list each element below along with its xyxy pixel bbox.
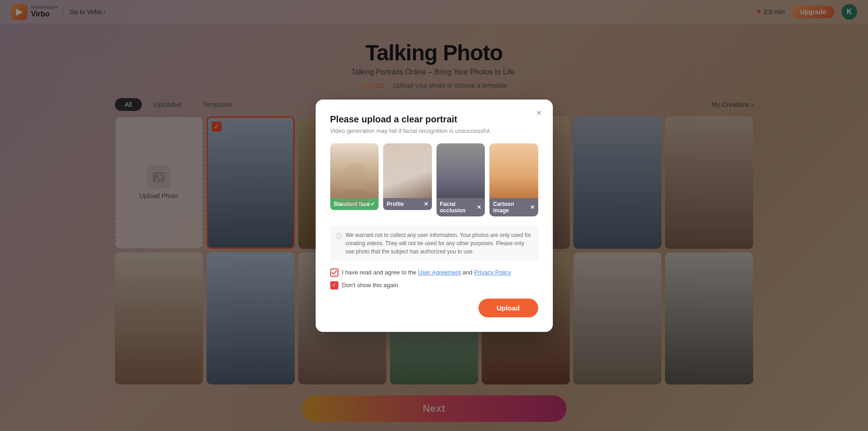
privacy-policy-link[interactable]: Privacy Policy	[474, 269, 511, 276]
dont-show-label: Don't show this again	[342, 282, 398, 289]
dont-show-checkbox[interactable]: ✓	[330, 281, 338, 289]
modal-subtitle: Video generation may fail if facial reco…	[330, 127, 538, 134]
upload-button[interactable]: Upload	[478, 299, 538, 317]
warrant-text: We warrant not to collect any user infor…	[346, 231, 533, 256]
checkbox-check-icon	[332, 270, 337, 275]
modal-footer: Upload	[330, 299, 538, 317]
info-icon: ⓘ	[336, 231, 342, 241]
agreement-checkbox[interactable]	[330, 268, 338, 277]
face-label-cartoon: Cartoon image ✕	[489, 198, 538, 216]
upload-modal: × Please upload a clear portrait Video g…	[316, 100, 553, 332]
face-image-cartoon	[489, 143, 538, 198]
face-examples: Standard face ✓ Profile ✕ Facial occlusi…	[330, 143, 538, 216]
face-card-standard: Standard face ✓	[330, 143, 379, 216]
modal-close-button[interactable]: ×	[533, 107, 546, 120]
face-label-occlusion: Facial occlusion ✕	[437, 198, 485, 216]
face-image-standard	[330, 143, 379, 198]
svg-point-6	[338, 189, 371, 206]
face-svg-standard	[330, 143, 379, 216]
face-label-profile: Profile ✕	[383, 198, 432, 210]
agreement-row: I have read and agree to the User Agreem…	[330, 268, 538, 277]
user-agreement-link[interactable]: User Agreement	[418, 269, 461, 276]
warrant-box: ⓘ We warrant not to collect any user inf…	[330, 226, 538, 261]
face-card-profile: Profile ✕	[383, 143, 432, 216]
face-card-cartoon: Cartoon image ✕	[489, 143, 538, 216]
modal-title: Please upload a clear portrait	[330, 114, 538, 125]
dont-show-row: ✓ Don't show this again	[330, 281, 538, 289]
agreement-text: I have read and agree to the User Agreem…	[342, 269, 511, 276]
svg-point-5	[342, 163, 367, 193]
modal-overlay: × Please upload a clear portrait Video g…	[0, 0, 868, 431]
face-image-profile	[383, 143, 432, 198]
face-card-occlusion: Facial occlusion ✕	[437, 143, 485, 216]
face-image-occlusion	[437, 143, 485, 198]
